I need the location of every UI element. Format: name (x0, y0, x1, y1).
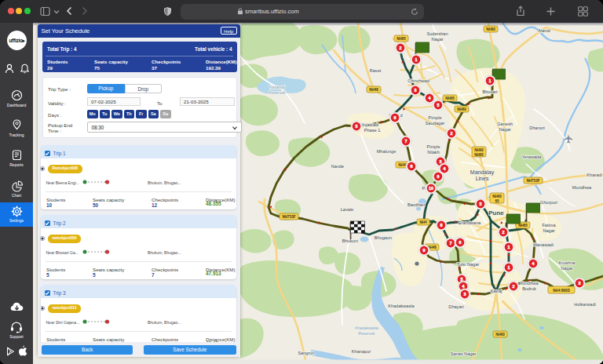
svg-text:NH65: NH65 (397, 37, 406, 41)
svg-text:7: 7 (405, 139, 407, 144)
svg-text:Ghorpuri: Ghorpuri (540, 200, 557, 205)
svg-text:Khadakwasla: Khadakwasla (355, 326, 378, 330)
svg-text:Khanapur: Khanapur (352, 349, 371, 354)
svg-text:Kondhwa: Kondhwa (520, 281, 539, 286)
svg-text:NH4: NH4 (419, 220, 427, 224)
svg-text:Mandalay: Mandalay (470, 169, 495, 176)
svg-text:Mundhwa: Mundhwa (572, 185, 592, 190)
svg-text:5: 5 (480, 202, 482, 206)
svg-text:Nande: Nande (331, 164, 344, 169)
svg-text:Wanawadi: Wanawadi (533, 242, 554, 247)
svg-text:Pune: Pune (488, 209, 504, 217)
svg-text:Reservoir: Reservoir (358, 331, 375, 336)
svg-text:Sangrun: Sangrun (298, 351, 314, 355)
svg-text:10: 10 (429, 186, 433, 191)
svg-text:Sudershan: Sudershan (426, 31, 448, 36)
svg-text:NH753F: NH753F (282, 215, 295, 219)
svg-text:65: 65 (495, 199, 499, 203)
svg-text:Nilakh: Nilakh (427, 150, 440, 155)
svg-text:Sanas Nagar: Sanas Nagar (451, 351, 477, 356)
svg-text:6: 6 (459, 240, 462, 245)
svg-text:Lines: Lines (476, 176, 489, 181)
svg-text:NH60: NH60 (457, 107, 466, 111)
svg-text:Reservoir: Reservoir (269, 90, 286, 95)
svg-text:9: 9 (423, 248, 426, 253)
svg-text:Tulsi Nagar: Tulsi Nagar (457, 262, 480, 267)
svg-text:Mhalunge: Mhalunge (377, 149, 397, 154)
svg-text:Budruk: Budruk (522, 286, 536, 291)
svg-text:Holkarwadi: Holkarwadi (574, 302, 596, 307)
svg-text:Kharadi: Kharadi (587, 173, 601, 177)
svg-text:Ravet: Ravet (370, 68, 382, 73)
svg-text:4: 4 (462, 284, 465, 289)
svg-text:3: 3 (579, 281, 581, 286)
svg-text:NH60: NH60 (495, 333, 505, 337)
svg-text:6: 6 (394, 115, 397, 120)
svg-text:Dhanori: Dhanori (529, 126, 545, 130)
svg-text:NH65: NH65 (445, 96, 455, 100)
svg-text:Nagar: Nagar (561, 266, 572, 271)
svg-text:3: 3 (415, 88, 417, 93)
svg-text:Ganesh: Ganesh (497, 122, 513, 126)
svg-text:NH65: NH65 (518, 224, 528, 228)
svg-text:Erandwana: Erandwana (459, 220, 481, 225)
svg-text:2: 2 (400, 46, 402, 50)
svg-text:3: 3 (440, 159, 442, 164)
svg-text:Dhayari: Dhayari (448, 304, 463, 309)
svg-text:NH60: NH60 (492, 195, 502, 198)
svg-text:2: 2 (451, 131, 453, 136)
svg-text:8: 8 (440, 223, 443, 228)
svg-text:8: 8 (411, 164, 413, 169)
svg-text:4: 4 (429, 96, 431, 100)
svg-text:NH48: NH48 (369, 88, 378, 92)
svg-text:7: 7 (450, 241, 452, 246)
svg-text:Nagar: Nagar (431, 37, 443, 42)
svg-text:Alandi: Alandi (538, 28, 550, 33)
svg-text:Nagar: Nagar (543, 228, 554, 233)
svg-text:NH60: NH60 (486, 27, 495, 31)
svg-text:Bhugaon: Bhugaon (375, 235, 392, 240)
svg-text:4: 4 (444, 166, 446, 171)
svg-text:Bhosari: Bhosari (483, 89, 498, 94)
svg-text:NH753F: NH753F (526, 179, 539, 183)
svg-text:2: 2 (502, 230, 505, 235)
svg-text:1: 1 (508, 245, 510, 249)
svg-text:Bavdhan: Bavdhan (407, 202, 425, 207)
svg-text:4: 4 (532, 261, 535, 266)
svg-text:5: 5 (437, 103, 440, 107)
svg-text:2: 2 (513, 284, 515, 289)
svg-text:Krushna: Krushna (559, 260, 576, 265)
svg-text:Phase 1: Phase 1 (364, 128, 381, 133)
svg-text:1: 1 (508, 265, 510, 270)
svg-text:Saudagar: Saudagar (426, 121, 444, 126)
svg-text:Chinchwad: Chinchwad (407, 78, 429, 83)
svg-text:Yerawada: Yerawada (522, 155, 543, 159)
svg-text:Kasarsai: Kasarsai (269, 85, 284, 89)
svg-text:5: 5 (356, 124, 358, 129)
svg-text:Nagar: Nagar (499, 127, 510, 132)
svg-text:1: 1 (489, 78, 492, 83)
svg-text:Pimple: Pimple (426, 144, 440, 149)
svg-text:1: 1 (415, 57, 418, 62)
svg-text:Fatima: Fatima (542, 223, 556, 228)
svg-text:Lavale: Lavale (341, 207, 353, 212)
svg-text:NH4 860D: NH4 860D (553, 289, 570, 293)
svg-text:Pimple: Pimple (428, 115, 441, 120)
svg-text:Katraj: Katraj (491, 289, 502, 293)
svg-text:NH65: NH65 (474, 153, 484, 157)
svg-text:3: 3 (464, 292, 466, 297)
svg-text:9: 9 (437, 174, 440, 179)
svg-text:Khadakwasla: Khadakwasla (388, 304, 415, 308)
svg-text:NH60: NH60 (474, 148, 484, 152)
